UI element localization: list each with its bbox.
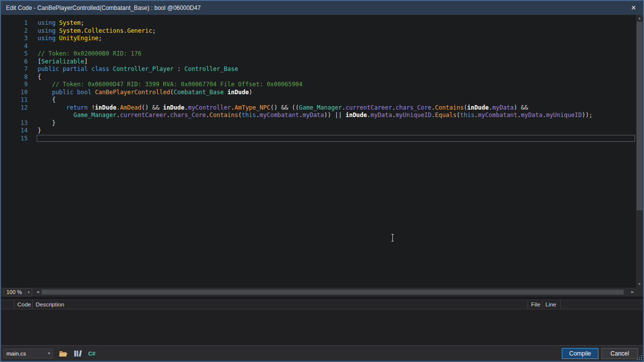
- code-line[interactable]: 11 {: [1, 96, 636, 104]
- line-number: 8: [1, 73, 30, 81]
- zoom-value: 100 %: [4, 289, 25, 295]
- code-line[interactable]: Game_Manager.currentCareer.chars_Core.Co…: [1, 112, 636, 120]
- vertical-scroll-thumb[interactable]: [637, 22, 643, 210]
- document-select-value: main.cs: [4, 351, 46, 357]
- chevron-down-icon: ▾: [46, 351, 53, 356]
- code-content: using UnityEngine;: [30, 35, 636, 43]
- vertical-scrollbar[interactable]: ▲ ▼: [636, 15, 643, 288]
- line-number: 5: [1, 50, 30, 58]
- code-content: public partial class Controller_Player :…: [30, 65, 636, 73]
- code-line[interactable]: 9 // Token: 0x06000D47 RID: 3399 RVA: 0x…: [1, 81, 636, 89]
- code-content: [Serializable]: [30, 58, 636, 66]
- code-content: {: [30, 96, 636, 104]
- code-line[interactable]: 6[Serializable]: [1, 58, 636, 66]
- error-list[interactable]: [1, 309, 643, 345]
- editor-bottom-strip: 100 % ▾ ◀ ▶: [1, 288, 643, 297]
- scrollbar-corner: [636, 288, 643, 297]
- column-filler: [561, 300, 643, 309]
- titlebar[interactable]: Edit Code - CanBePlayerControlled(Combat…: [1, 1, 643, 15]
- line-number: 11: [1, 96, 30, 104]
- line-number: 14: [1, 127, 30, 135]
- code-content: return !inDude.AmDead() && inDude.myCont…: [30, 104, 636, 112]
- code-line[interactable]: 8{: [1, 73, 636, 81]
- library-references-icon[interactable]: [74, 350, 82, 357]
- code-line[interactable]: 2using System.Collections.Generic;: [1, 27, 636, 35]
- line-number: 15: [1, 135, 30, 143]
- code-content: // Token: 0x020000B0 RID: 176: [30, 50, 636, 58]
- scroll-up-icon[interactable]: ▲: [636, 15, 643, 22]
- compile-button[interactable]: Compile: [562, 348, 598, 359]
- column-code[interactable]: Code: [14, 300, 33, 309]
- code-content: using System;: [30, 19, 636, 27]
- line-number: 2: [1, 27, 30, 35]
- column-line[interactable]: Line: [542, 300, 561, 309]
- column-icon-spacer: [1, 300, 14, 309]
- error-list-header: Code Description File Line: [1, 300, 643, 309]
- current-line-highlight: [37, 135, 635, 142]
- code-content: }: [30, 127, 636, 135]
- scroll-left-icon[interactable]: ◀: [34, 290, 41, 294]
- code-line[interactable]: 7public partial class Controller_Player …: [1, 65, 636, 73]
- code-content: }: [30, 120, 636, 127]
- code-content: using System.Collections.Generic;: [30, 27, 636, 35]
- scroll-right-icon[interactable]: ▶: [629, 290, 636, 294]
- code-content: {: [30, 73, 636, 81]
- horizontal-scrollbar[interactable]: [41, 289, 629, 295]
- code-line[interactable]: 10 public bool CanBePlayerControlled(Com…: [1, 89, 636, 97]
- code-editor[interactable]: 1using System;2using System.Collections.…: [1, 15, 643, 288]
- line-number: 13: [1, 120, 30, 127]
- code-line[interactable]: 15: [1, 135, 636, 143]
- edit-code-dialog: Edit Code - CanBePlayerControlled(Combat…: [0, 0, 644, 362]
- document-select[interactable]: main.cs ▾: [3, 349, 53, 359]
- column-file[interactable]: File: [528, 300, 542, 309]
- code-line[interactable]: 1using System;: [1, 19, 636, 27]
- open-file-icon[interactable]: [59, 350, 68, 357]
- code-line[interactable]: 14}: [1, 127, 636, 135]
- line-number: 7: [1, 65, 30, 73]
- line-number: 9: [1, 81, 30, 89]
- line-number: 6: [1, 58, 30, 66]
- code-line[interactable]: 4: [1, 43, 636, 51]
- code-line[interactable]: 3using UnityEngine;: [1, 35, 636, 43]
- close-icon[interactable]: ×: [629, 4, 638, 12]
- horizontal-scroll-thumb[interactable]: [42, 290, 624, 295]
- code-line[interactable]: 12 return !inDude.AmDead() && inDude.myC…: [1, 104, 636, 112]
- scroll-down-icon[interactable]: ▼: [636, 281, 643, 288]
- csharp-icon[interactable]: C#: [88, 351, 96, 357]
- code-content: // Token: 0x06000D47 RID: 3399 RVA: 0x00…: [30, 81, 636, 89]
- cancel-button[interactable]: Cancel: [601, 348, 638, 359]
- line-number: 1: [1, 19, 30, 27]
- code-line[interactable]: 13 }: [1, 120, 636, 127]
- resize-grip[interactable]: [637, 355, 643, 361]
- footer-toolbar: main.cs ▾ C# Compile Cancel: [1, 345, 643, 361]
- code-line[interactable]: 5// Token: 0x020000B0 RID: 176: [1, 50, 636, 58]
- code-content: [30, 43, 636, 51]
- line-number: 4: [1, 43, 30, 51]
- line-number: [1, 112, 30, 120]
- line-number: 10: [1, 89, 30, 97]
- code-content: Game_Manager.currentCareer.chars_Core.Co…: [30, 112, 636, 120]
- zoom-select[interactable]: 100 % ▾: [3, 288, 32, 297]
- line-number: 3: [1, 35, 30, 43]
- chevron-down-icon[interactable]: ▾: [25, 289, 32, 296]
- code-content: public bool CanBePlayerControlled(Combat…: [30, 89, 636, 97]
- column-description[interactable]: Description: [33, 300, 528, 309]
- line-number: 12: [1, 104, 30, 112]
- window-title: Edit Code - CanBePlayerControlled(Combat…: [6, 4, 201, 11]
- code-lines[interactable]: 1using System;2using System.Collections.…: [1, 15, 636, 288]
